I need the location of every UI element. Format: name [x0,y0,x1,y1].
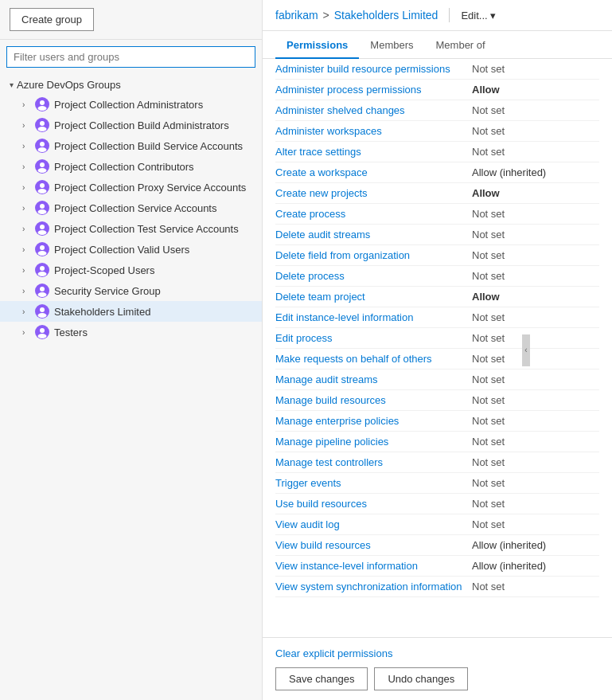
group-item[interactable]: › Security Service Group [0,280,262,301]
permission-name[interactable]: Alter trace settings [275,146,472,158]
permission-value: Not set [472,270,599,282]
permission-value: Not set [472,581,599,592]
permission-row: Use build resourcesNot set [275,494,599,514]
group-name: Project-Scoped Users [54,264,154,276]
permission-name[interactable]: Trigger events [275,477,472,489]
permission-value: Not set [472,518,599,530]
left-panel: Create group ▾ Azure DevOps Groups › Pro… [0,0,263,700]
group-item[interactable]: › Project Collection Build Administrator… [0,115,262,135]
breadcrumb-divider [449,8,450,22]
filter-input[interactable] [6,46,255,68]
group-item[interactable]: › Project Collection Build Service Accou… [0,135,262,156]
permission-name[interactable]: Create process [275,208,472,220]
group-item[interactable]: › Project Collection Valid Users [0,239,262,260]
group-item[interactable]: › Project Collection Contributors [0,156,262,177]
permission-row: Manage pipeline policiesNot set [275,432,599,452]
permission-name[interactable]: Create new projects [275,187,472,199]
permission-row: Delete team projectAllow [275,287,599,307]
edit-button[interactable]: Edit... ▾ [461,10,495,22]
save-changes-button[interactable]: Save changes [275,667,368,690]
permission-row: Administer shelved changesNot set [275,100,599,121]
azure-devops-groups-category[interactable]: ▾ Azure DevOps Groups [0,76,262,94]
permission-name[interactable]: Administer shelved changes [275,104,472,116]
permission-name[interactable]: Use build resources [275,498,472,510]
group-item[interactable]: › Project Collection Test Service Accoun… [0,218,262,239]
group-icon [35,180,49,194]
permission-name[interactable]: Manage build resources [275,394,472,406]
permission-name[interactable]: Manage audit streams [275,373,472,385]
permission-name[interactable]: Make requests on behalf of others [275,353,472,365]
svg-point-23 [38,251,47,256]
group-icon [35,159,49,174]
permission-name[interactable]: Delete audit streams [275,229,472,241]
permission-name[interactable]: View audit log [275,518,472,530]
group-name: Project Collection Build Service Account… [54,140,243,152]
permission-name[interactable]: Administer process permissions [275,84,472,96]
svg-point-13 [40,183,45,188]
undo-changes-button[interactable]: Undo changes [374,667,468,690]
permission-value: Not set [472,311,599,323]
permission-name[interactable]: Edit instance-level information [275,311,472,323]
breadcrumb-bar: fabrikam > Stakeholders Limited Edit... … [263,0,612,31]
expand-chevron-icon: › [22,183,30,192]
group-name: Project Collection Test Service Accounts [54,223,239,235]
permission-value: Not set [472,415,599,427]
group-icon [35,97,49,111]
expand-chevron-icon: › [22,121,30,130]
svg-point-7 [40,142,45,147]
group-name: Project Collection Contributors [54,161,194,173]
group-icon [35,284,49,298]
category-chevron-icon: ▾ [10,80,14,89]
permission-name[interactable]: Edit process [275,332,472,344]
group-name: Project Collection Proxy Service Account… [54,182,246,194]
permission-name[interactable]: Administer build resource permissions [275,63,472,75]
group-icon [35,201,49,215]
group-name: Project Collection Build Administrators [54,119,229,131]
expand-chevron-icon: › [22,100,30,109]
permission-name[interactable]: Delete team project [275,291,472,303]
expand-chevron-icon: › [22,204,30,213]
permission-row: Manage audit streamsNot set [275,370,599,390]
permission-name[interactable]: Administer workspaces [275,125,472,137]
tab-members[interactable]: Members [359,31,424,59]
group-item[interactable]: › Project-Scoped Users [0,260,262,280]
tab-permissions[interactable]: Permissions [275,31,359,59]
permission-value: Not set [472,373,599,385]
permission-name[interactable]: Manage pipeline policies [275,436,472,448]
group-name: Security Service Group [54,285,161,297]
group-item[interactable]: › Project Collection Administrators [0,94,262,115]
permission-row: Delete audit streamsNot set [275,225,599,245]
group-icon [35,325,49,339]
permission-value: Not set [472,146,599,158]
permission-name[interactable]: Delete process [275,270,472,282]
svg-point-26 [38,272,47,276]
expand-chevron-icon: › [22,142,30,151]
permission-name[interactable]: View system synchronization information [275,581,472,592]
create-group-button[interactable]: Create group [10,8,94,31]
permission-name[interactable]: Create a workspace [275,166,472,178]
permission-value: Allow (inherited) [472,560,599,572]
permission-name[interactable]: Manage enterprise policies [275,415,472,427]
group-item[interactable]: › Project Collection Proxy Service Accou… [0,177,262,197]
group-item[interactable]: › Testers [0,322,262,342]
svg-point-11 [38,168,47,173]
collapse-handle[interactable]: ‹ [522,334,530,366]
expand-chevron-icon: › [22,245,30,254]
permission-name[interactable]: View build resources [275,539,472,551]
permission-value: Not set [472,249,599,261]
clear-permissions-link[interactable]: Clear explicit permissions [275,647,599,659]
svg-point-22 [40,245,45,250]
permission-value: Not set [472,394,599,406]
permission-value: Not set [472,436,599,448]
permission-name[interactable]: Manage test controllers [275,456,472,468]
group-item[interactable]: › Project Collection Service Accounts [0,197,262,218]
tab-member-of[interactable]: Member of [425,31,497,59]
expand-chevron-icon: › [22,307,30,316]
expand-chevron-icon: › [22,287,30,295]
group-item[interactable]: › Stakeholders Limited [0,301,262,322]
breadcrumb: fabrikam > Stakeholders Limited [275,9,438,22]
permission-name[interactable]: View instance-level information [275,560,472,572]
permission-name[interactable]: Delete field from organization [275,249,472,261]
breadcrumb-org[interactable]: fabrikam [275,9,318,22]
group-name: Project Collection Service Accounts [54,202,216,214]
